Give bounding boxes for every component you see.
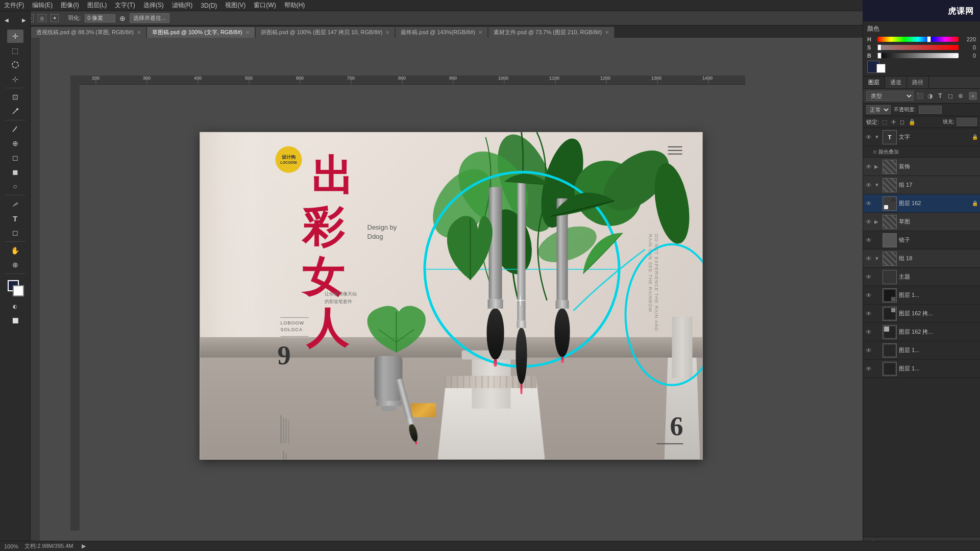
layer-zhuti[interactable]: 👁 主题 [863, 268, 980, 286]
background-color[interactable] [13, 285, 24, 296]
crop-tool[interactable]: ⊡ [7, 90, 23, 104]
eye-zhuti[interactable]: 👁 [865, 273, 872, 281]
eye-17[interactable]: 👁 [865, 182, 872, 189]
filter-toggle[interactable]: • [969, 92, 977, 100]
eye-18[interactable]: 👁 [865, 255, 872, 262]
eye-img2[interactable]: 👁 [865, 347, 872, 354]
close-tab-4[interactable]: ✕ [605, 30, 609, 35]
menu-edit[interactable]: 编辑(E) [32, 1, 53, 10]
menu-filter[interactable]: 滤镜(R) [172, 1, 193, 10]
gradient-tool[interactable]: ◼ [7, 165, 23, 179]
eye-img3[interactable]: 👁 [865, 365, 872, 372]
doc-tab-2[interactable]: 拼图稿.psd @ 100% (图层 147 拷贝 10, RGB/8#) ✕ [255, 27, 396, 38]
tab-channels[interactable]: 通道 [885, 77, 907, 88]
eye-img1[interactable]: 👁 [865, 292, 872, 299]
layer-group-decor[interactable]: 👁 ▶ 装饰 [863, 158, 980, 176]
dodge-tool[interactable]: ○ [7, 180, 23, 193]
saturation-slider-thumb[interactable] [877, 44, 881, 51]
hand-tool[interactable]: ✋ [7, 244, 23, 257]
filter-shape-icon[interactable]: ◻ [946, 92, 954, 100]
layer-wen-zi[interactable]: 👁 ▼ T 文字 🔒 [863, 128, 980, 146]
expand-decor[interactable]: ▶ [874, 164, 880, 169]
filter-smart-icon[interactable]: ⊕ [957, 92, 965, 100]
lock-pixels-btn[interactable]: ⬚ [881, 119, 888, 126]
close-tab-1[interactable]: ✕ [246, 30, 250, 35]
color-swatch-area[interactable] [6, 278, 25, 297]
close-tab-2[interactable]: ✕ [385, 30, 389, 35]
lock-position-btn[interactable]: ✛ [890, 119, 897, 126]
shape-cross-icon[interactable]: ✦ [51, 14, 59, 22]
type-tool[interactable]: T [7, 212, 23, 225]
pen-tool[interactable] [7, 197, 23, 211]
eraser-tool[interactable]: ◻ [7, 151, 23, 164]
doc-tab-3[interactable]: 最终稿.psd @ 143%(RGB/8#) ✕ [395, 27, 488, 38]
opacity-input[interactable]: 100% [919, 106, 942, 114]
menu-help[interactable]: 帮助(H) [284, 1, 305, 10]
hamburger-menu[interactable] [668, 146, 682, 155]
brush-tool[interactable] [7, 122, 23, 136]
doc-tab-1[interactable]: 草图稿.psd @ 100% (文字, RGB/8#) ✕ [146, 27, 255, 38]
lock-all-btn[interactable]: 🔒 [908, 119, 917, 126]
layer-162[interactable]: 👁 图层 162 🔒 [863, 194, 980, 213]
menu-image[interactable]: 图像(I) [61, 1, 79, 10]
background-swatch[interactable] [876, 64, 886, 73]
menu-window[interactable]: 窗口(W) [254, 1, 276, 10]
layer-img-2[interactable]: 👁 图层 1... [863, 341, 980, 360]
magic-wand-tool[interactable]: ⊹ [7, 72, 23, 86]
clone-tool[interactable]: ⊕ [7, 137, 23, 150]
menu-file[interactable]: 文件(F) [4, 1, 24, 10]
back-button[interactable]: ◀ [0, 13, 15, 27]
close-tab-0[interactable]: ✕ [137, 30, 141, 35]
menu-layer[interactable]: 图层(L) [87, 1, 107, 10]
lasso-tool[interactable] [7, 58, 23, 71]
menu-view[interactable]: 视图(V) [225, 1, 246, 10]
feather-input[interactable] [85, 14, 115, 22]
forward-button[interactable]: ▶ [16, 13, 32, 27]
tab-layers[interactable]: 图层 [863, 77, 885, 88]
zoom-tool[interactable]: ⊕ [7, 258, 23, 271]
filter-type-select[interactable]: 类型 [866, 91, 914, 101]
eye-decor[interactable]: 👁 [865, 163, 872, 170]
blend-mode-select[interactable]: 正常 [866, 105, 891, 114]
eye-162c[interactable]: 👁 [865, 310, 872, 317]
lock-artboard-btn[interactable]: ◻ [899, 119, 905, 126]
eye-jingzi[interactable]: 👁 [865, 237, 872, 244]
layer-group-17[interactable]: 👁 ▼ 组 17 [863, 176, 980, 194]
effect-color-overlay[interactable]: 颜色叠加 [863, 146, 980, 158]
layer-162-copy2[interactable]: 👁 图层 162 拷... [863, 323, 980, 341]
menu-3d[interactable]: 3D(D) [201, 2, 217, 9]
tab-paths[interactable]: 路径 [907, 77, 929, 88]
menu-select[interactable]: 选择(S) [143, 1, 164, 10]
filter-adjust-icon[interactable]: ◑ [926, 92, 934, 100]
expand-caotu[interactable]: ▶ [874, 219, 880, 224]
eye-caotu[interactable]: 👁 [865, 218, 872, 226]
expand-18[interactable]: ▼ [874, 256, 880, 261]
expand-wen-zi[interactable]: ▼ [874, 134, 880, 140]
brightness-slider-thumb[interactable] [877, 53, 881, 59]
filter-pixel-icon[interactable]: ⬛ [916, 92, 924, 100]
layer-group-18[interactable]: 👁 ▼ 组 18 [863, 249, 980, 268]
fill-input[interactable]: 100% [957, 118, 977, 126]
shape-circle-icon[interactable]: ◎ [38, 14, 46, 22]
doc-tab-4[interactable]: 素材文件.psd @ 73.7% (图层 210, RGB/8#) ✕ [488, 27, 615, 38]
next-btn[interactable]: ▶ [82, 543, 86, 549]
layer-162-copy[interactable]: 👁 图层 162 拷... [863, 305, 980, 323]
marquee-tool[interactable]: ⬚ [7, 44, 23, 57]
hue-slider-thumb[interactable] [927, 36, 931, 42]
brightness-slider[interactable] [877, 53, 959, 58]
layer-jingzi[interactable]: 👁 镜子 [863, 231, 980, 249]
layer-img-3[interactable]: 👁 图层 1... [863, 360, 980, 378]
layers-list[interactable]: 👁 ▼ T 文字 🔒 颜色叠加 👁 ▶ 装饰 👁 ▼ 组 17 👁 [863, 128, 980, 537]
quick-mask-button[interactable]: ◐ [7, 299, 23, 313]
shape-tool[interactable]: ◻ [7, 226, 23, 239]
eye-wen-zi[interactable]: 👁 [865, 134, 872, 141]
filter-type-icon[interactable]: T [936, 92, 944, 100]
close-tab-3[interactable]: ✕ [478, 30, 482, 35]
layer-img-1[interactable]: 👁 图层 1... [863, 286, 980, 305]
eye-162c2[interactable]: 👁 [865, 329, 872, 336]
expand-17[interactable]: ▼ [874, 182, 880, 188]
layer-group-caotu[interactable]: 👁 ▶ 草图 [863, 213, 980, 231]
hue-slider[interactable] [877, 37, 959, 42]
saturation-slider[interactable] [877, 45, 959, 50]
screen-mode-button[interactable]: ⬜ [7, 314, 23, 327]
